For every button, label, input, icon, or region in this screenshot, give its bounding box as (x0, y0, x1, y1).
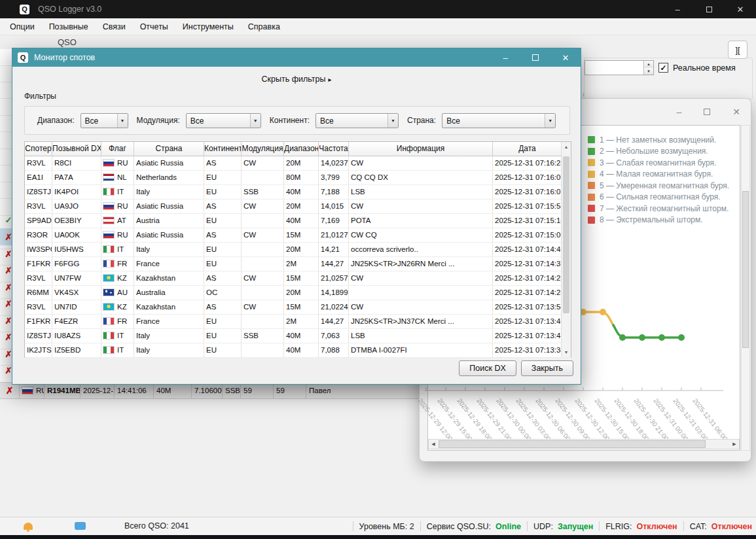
search-dx-button[interactable]: Поиск DX (459, 360, 516, 376)
bracket-toolbar-button[interactable]: ][ (728, 41, 747, 59)
table-row[interactable]: F1FKRF4EZRFRFranceEU2M144,27JN25KS<TR>JN… (25, 315, 571, 329)
table-row[interactable]: R3VLUA9JORUAsiatic RussiaASCW20M14,015CW… (25, 200, 571, 214)
geo-close-button[interactable]: ✕ (732, 107, 740, 117)
cell-modulation: CW (242, 271, 284, 285)
band-select[interactable]: Все▼ (81, 113, 128, 128)
cell-dx-callsign: OE3BIY (52, 214, 101, 228)
hscroll-thumb[interactable] (439, 440, 706, 448)
spin-down-icon[interactable]: ▼ (644, 68, 653, 75)
close-dialog-button[interactable]: Закрыть (521, 360, 573, 376)
table-row[interactable]: IW3SPOIU5HWSITItalyEU20M14,21occorreva s… (25, 243, 571, 257)
menu-item-1[interactable]: Позывные (42, 20, 96, 34)
legend-label: 6 — Сильная геомагнитная буря. (600, 192, 721, 201)
country-select[interactable]: Все▼ (442, 113, 556, 128)
flag-icon-KZ (103, 304, 114, 310)
table-row[interactable]: EA1IPA7ANLNetherlandsEU80M3,799CQ CQ DX2… (25, 171, 571, 185)
close-button[interactable]: ✕ (725, 0, 756, 18)
cell-spotter: SP9ADG (25, 214, 52, 228)
table-row[interactable]: IZ8STJIU8AZSITItalyEUSSB40M7,063LSB2025-… (25, 329, 571, 343)
bell-icon[interactable] (24, 523, 33, 530)
legend-item-level-4: 4 — Малая геомагнитная буря. (588, 169, 729, 181)
geo-maximize-icon (704, 109, 710, 115)
status-value: Отключен (637, 522, 677, 531)
spot-table-scrollbar[interactable]: ▲ ▼ (561, 142, 571, 357)
chat-icon[interactable] (75, 522, 86, 530)
qso-flag: RU (20, 383, 45, 398)
spot-table: СпотерПозывной DXФлагСтранаКонтинентМоду… (24, 141, 571, 358)
table-row[interactable]: R3ORUA0OKRUAsiatic RussiaASCW15M21,0127C… (25, 228, 571, 243)
app-logo-icon: Q (20, 5, 29, 14)
time-spinbox[interactable]: ▲ ▼ (585, 60, 654, 75)
cell-date: 2025-12-31 07:15:10 (493, 214, 562, 228)
cell-flag: IT (101, 185, 134, 199)
flag-icon-AT (103, 217, 114, 224)
column-header-info[interactable]: Информация (349, 142, 493, 156)
status-value: Отключен (711, 522, 752, 531)
cell-flag: IT (101, 243, 134, 256)
modulation-select[interactable]: Все▼ (186, 113, 261, 128)
cell-flag: AU (101, 286, 134, 300)
minimize-button[interactable]: – (662, 0, 693, 18)
scroll-right-icon[interactable]: ▶ (730, 440, 739, 449)
spin-up-icon[interactable]: ▲ (644, 61, 653, 68)
continent-select[interactable]: Все▼ (315, 113, 399, 128)
legend-color-swatch (588, 182, 595, 189)
column-header-spotter[interactable]: Спотер (25, 142, 52, 156)
maximize-button[interactable] (693, 0, 725, 18)
menu-item-3[interactable]: Отчеты (133, 20, 175, 34)
table-row[interactable]: IK2JTSIZ5EBDITItalyEU40M7,088DTMBA I-002… (25, 343, 571, 358)
table-row[interactable]: R3VLUN7FWKZKazakhstanASCW15M21,0257CW202… (25, 271, 571, 286)
column-header-country[interactable]: Страна (134, 142, 204, 156)
column-header-date[interactable]: Дата (493, 142, 562, 156)
geo-minimize-button[interactable]: – (676, 107, 681, 117)
menu-item-2[interactable]: Связи (96, 20, 133, 34)
cell-dx-callsign: IU5HWS (52, 243, 101, 256)
cell-continent: EU (204, 214, 242, 228)
spot-scroll-thumb[interactable] (563, 156, 569, 313)
geo-maximize-button[interactable] (704, 109, 710, 115)
realtime-checkbox[interactable]: ✓ (658, 63, 668, 73)
table-row[interactable]: F1FKRF6FGGFRFranceEU2M144,27JN25KS<TR>JN… (25, 257, 571, 271)
column-header-frequency[interactable]: Частота (319, 142, 349, 156)
table-row[interactable]: R3VLR8CIRUAsiatic RussiaASCW20M14,0237CW… (25, 156, 571, 171)
main-titlebar: Q QSO Logger v3.0 – ✕ (0, 0, 756, 18)
cell-date: 2025-12-31 07:13:47 (493, 329, 562, 343)
sync-failed-icon: ✗ (3, 333, 12, 341)
cell-info: LSB (349, 185, 493, 199)
menu-item-0[interactable]: Опции (3, 20, 42, 34)
cell-date: 2025-12-31 07:15:54 (493, 200, 562, 213)
hide-filters-toggle[interactable]: Скрыть фильтры▸ (12, 75, 581, 84)
dialog-minimize-button[interactable]: – (490, 48, 520, 67)
qso-callsign: R1941MB (45, 383, 81, 398)
table-row[interactable]: IZ8STJIK4POIITItalyEUSSB40M7,188LSB2025-… (25, 185, 571, 200)
chart-vertical-scrollbar[interactable] (741, 125, 750, 451)
dialog-maximize-button[interactable] (520, 48, 550, 67)
menu-item-5[interactable]: Справка (241, 20, 287, 34)
flag-icon-NL (103, 174, 114, 181)
qso-rst-rcvd: 59 (274, 383, 306, 398)
cell-country: Asiatic Russia (134, 228, 204, 242)
scroll-down-icon[interactable]: ▼ (562, 347, 571, 357)
scroll-left-icon[interactable]: ◀ (429, 440, 438, 449)
table-row[interactable]: R6MMVK4SXAUAustraliaOC20M14,18992025-12-… (25, 286, 571, 300)
flag-icon-IT (103, 246, 114, 252)
cell-continent: AS (204, 156, 242, 170)
column-header-modulation[interactable]: Модуляция (242, 142, 284, 156)
cell-band: 15M (284, 300, 319, 314)
column-header-dx-callsign[interactable]: Позывной DX (52, 142, 101, 156)
column-header-flag[interactable]: Флаг (101, 142, 134, 156)
table-row[interactable]: SP9ADGOE3BIYATAustriaEU40M7,169POTA2025-… (25, 214, 571, 228)
table-row[interactable]: R3VLUN7IDKZKazakhstanASCW15M21,0224CW202… (25, 300, 571, 315)
column-header-band[interactable]: Диапазон (284, 142, 319, 156)
cell-spotter: R3VL (25, 156, 52, 170)
column-header-continent[interactable]: Континент (204, 142, 242, 156)
cell-frequency: 21,0127 (319, 228, 349, 242)
vscroll-thumb[interactable] (742, 191, 749, 348)
qso-sync-x-icon[interactable]: ✗ (0, 383, 20, 398)
scroll-up-icon[interactable]: ▲ (562, 142, 571, 152)
chevron-down-icon: ▼ (250, 114, 261, 128)
menu-item-4[interactable]: Инструменты (175, 20, 241, 34)
chart-horizontal-scrollbar[interactable]: ◀ ▶ (428, 439, 740, 449)
dialog-close-button[interactable]: ✕ (550, 48, 581, 67)
legend-color-swatch (588, 171, 595, 178)
